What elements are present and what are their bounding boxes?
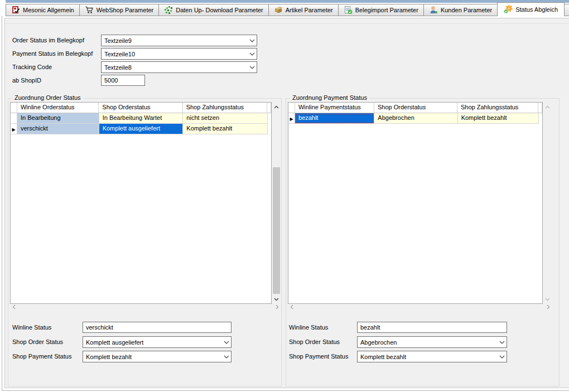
row-selector-cell[interactable]: ▶ <box>11 124 17 134</box>
table-row: ▶ verschickt Komplett ausgeliefert Kompl… <box>11 124 271 134</box>
combobox-value: Textzeile9 <box>102 37 247 44</box>
column-header-shop-orderstatus[interactable]: Shop Orderstatus <box>99 103 182 113</box>
tracking-code-label: Tracking Code <box>12 64 52 70</box>
tab-label: Daten Up- Download Parameter <box>176 7 263 13</box>
tab-mesonic-allgemein[interactable]: Mesonic Allgemein <box>6 4 80 16</box>
table-row: In Bearbeitung In Bearbeitung Wartet nic… <box>11 113 271 124</box>
scroll-up-button[interactable] <box>543 102 552 112</box>
cell-shop-orderstatus-selected[interactable]: Komplett ausgeliefert <box>99 124 184 134</box>
shop-order-status-label: Shop Order Status <box>289 338 340 345</box>
combobox-value: Textzeile10 <box>102 51 247 57</box>
combobox-value: Textzeile8 <box>102 64 247 71</box>
tab-status-abgleich[interactable]: Status Abgleich <box>497 2 565 16</box>
cell-winline-orderstatus[interactable]: In Bearbeitung <box>17 113 99 124</box>
row-selector-header[interactable] <box>288 103 295 113</box>
column-header-shop-zahlungsstatus[interactable]: Shop Zahlungsstatus <box>183 103 267 113</box>
tab-daten-up-download-parameter[interactable]: Daten Up- Download Parameter <box>158 4 269 16</box>
tracking-code-combobox[interactable]: Textzeile8 <box>101 61 257 73</box>
cell-winline-orderstatus[interactable]: verschickt <box>17 124 99 134</box>
order-grid-horizontal-scrollbar[interactable] <box>10 304 281 311</box>
tab-bar: Mesonic Allgemein WebShop Parameter Date… <box>6 2 569 16</box>
column-header-shop-orderstatus[interactable]: Shop Orderstatus <box>374 103 457 113</box>
tab-dienste-einstellungen[interactable]: Dienste Einst <box>564 4 569 16</box>
combobox-value: Abgebrochen <box>358 339 497 346</box>
chevron-down-icon[interactable] <box>247 39 257 42</box>
payment-status-belegkopf-label: Payment Status im Belegkopf <box>12 50 93 57</box>
combobox-value: Komplett bezahlt <box>83 354 221 360</box>
winline-status-label: Winline Status <box>289 324 328 331</box>
tab-artikel-parameter[interactable]: Artikel Parameter <box>268 4 339 16</box>
shop-order-status-label: Shop Order Status <box>12 338 63 345</box>
cell-shop-zahlungsstatus[interactable]: Komplett bezahlt <box>183 124 268 134</box>
combobox-value: Komplett bezahlt <box>358 354 497 360</box>
tab-belegimport-parameter[interactable]: Belegimport Parameter <box>338 4 424 16</box>
window-left-border <box>2 16 2 390</box>
payment-status-group-title: Zuordnung Payment Status <box>290 94 369 101</box>
cell-shop-zahlungsstatus[interactable]: Komplett bezahlt <box>458 113 539 124</box>
panel-divider-line <box>5 23 569 24</box>
cell-winline-paymentstatus-selected[interactable]: bezahlt <box>295 113 374 124</box>
scroll-down-button[interactable] <box>272 294 281 304</box>
application-window: Mesonic Allgemein WebShop Parameter Date… <box>0 0 569 392</box>
current-row-marker-icon: ▶ <box>290 117 293 122</box>
payment-grid-horizontal-scrollbar[interactable] <box>288 304 552 311</box>
document-check-icon <box>344 6 353 14</box>
order-status-group-title: Zuordnung Order Status <box>12 94 83 101</box>
chevron-down-icon[interactable] <box>497 355 507 359</box>
chevron-down-icon[interactable] <box>497 341 507 344</box>
payment-status-grid: Winline Paymentstatus Shop Orderstatus S… <box>288 102 543 304</box>
payment-grid-vertical-scrollbar[interactable] <box>543 102 552 304</box>
scroll-left-button[interactable] <box>290 304 293 311</box>
shop-order-status-combobox[interactable]: Komplett ausgeliefert <box>83 336 232 348</box>
chevron-down-icon[interactable] <box>247 52 257 56</box>
data-dots-icon <box>164 6 173 14</box>
tab-label: Status Abgleich <box>515 6 558 13</box>
tab-webshop-parameter[interactable]: WebShop Parameter <box>79 4 160 16</box>
tab-label: Kunden Parameter <box>441 7 492 13</box>
winline-status-label: Winline Status <box>12 324 51 331</box>
scroll-right-button[interactable] <box>276 304 279 311</box>
shop-order-status-combobox[interactable]: Abgebrochen <box>357 336 507 348</box>
scrollbar-thumb[interactable] <box>273 167 280 294</box>
gear-check-icon <box>504 5 513 14</box>
row-selector-cell[interactable] <box>11 113 17 124</box>
current-row-marker-icon: ▶ <box>12 127 15 132</box>
order-status-grid: Winline Orderstatus Shop Orderstatus Sho… <box>10 102 272 304</box>
column-header-winline-orderstatus[interactable]: Winline Orderstatus <box>17 103 99 113</box>
tab-kunden-parameter[interactable]: Kunden Parameter <box>423 4 498 16</box>
tab-label: WebShop Parameter <box>97 7 154 13</box>
ab-shopid-field[interactable]: 5000 <box>101 75 145 86</box>
shop-payment-status-combobox[interactable]: Komplett bezahlt <box>83 351 232 362</box>
chevron-down-icon[interactable] <box>221 341 231 344</box>
order-status-belegkopf-label: Order Status im Belegkopf <box>12 37 84 43</box>
column-header-winline-paymentstatus[interactable]: Winline Paymentstatus <box>295 103 374 113</box>
winline-status-field[interactable]: verschickt <box>83 322 232 333</box>
shop-payment-status-label: Shop Payment Status <box>12 353 71 360</box>
tab-label: Artikel Parameter <box>286 7 333 13</box>
person-icon <box>429 6 438 14</box>
row-selector-cell[interactable]: ▶ <box>288 113 295 124</box>
cell-shop-zahlungsstatus[interactable]: nicht setzen <box>183 113 268 124</box>
winline-status-field[interactable]: bezahlt <box>357 322 507 333</box>
cell-shop-orderstatus[interactable]: In Bearbeitung Wartet <box>99 113 184 124</box>
scroll-right-button[interactable] <box>547 304 550 311</box>
order-grid-vertical-scrollbar[interactable] <box>272 102 281 304</box>
chevron-down-icon[interactable] <box>221 355 231 359</box>
payment-status-belegkopf-combobox[interactable]: Textzeile10 <box>101 48 257 60</box>
window-bottom-border <box>2 390 569 391</box>
winline-document-icon <box>11 6 20 14</box>
scroll-left-button[interactable] <box>12 304 16 311</box>
row-selector-header[interactable] <box>11 103 17 113</box>
combobox-value: Komplett ausgeliefert <box>83 339 221 346</box>
tab-label: Belegimport Parameter <box>355 7 418 13</box>
shop-payment-status-combobox[interactable]: Komplett bezahlt <box>357 351 507 362</box>
grid-header-row: Winline Orderstatus Shop Orderstatus Sho… <box>11 103 271 113</box>
column-header-shop-zahlungsstatus[interactable]: Shop Zahlungsstatus <box>457 103 538 113</box>
chevron-down-icon[interactable] <box>247 66 257 69</box>
package-box-icon <box>274 6 283 14</box>
cell-shop-orderstatus[interactable]: Abgebrochen <box>374 113 457 124</box>
order-status-belegkopf-combobox[interactable]: Textzeile9 <box>101 35 257 46</box>
scroll-down-button[interactable] <box>543 294 552 304</box>
scroll-up-button[interactable] <box>272 102 281 112</box>
table-row: ▶ bezahlt Abgebrochen Komplett bezahlt <box>288 113 542 124</box>
